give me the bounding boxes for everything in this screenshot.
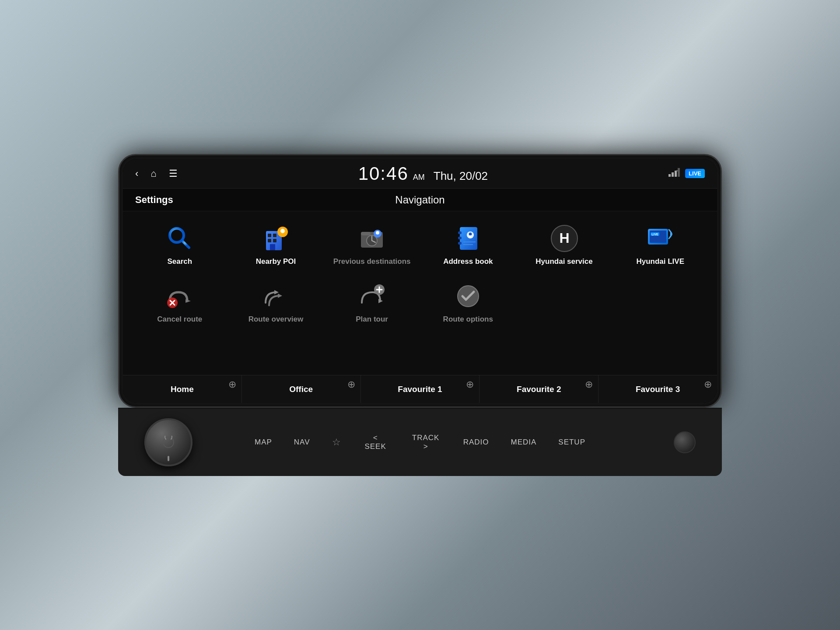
cancel-route-icon [166, 282, 194, 310]
svg-text:✕: ✕ [676, 169, 679, 172]
fav1-add-icon[interactable]: ⊕ [466, 379, 474, 390]
svg-point-29 [469, 233, 472, 236]
svg-text:H: H [559, 230, 569, 246]
nav-controls: ‹ ⌂ ☰ [135, 168, 178, 179]
menu-item-address-book[interactable]: Address book [420, 218, 516, 273]
route-options-icon [454, 282, 482, 310]
settings-label[interactable]: Settings [135, 194, 173, 206]
route-overview-label: Route overview [248, 315, 304, 324]
route-options-label: Route options [443, 315, 493, 324]
main-content: Search [123, 211, 717, 403]
menu-row-2: Cancel route [132, 276, 516, 330]
hyundai-live-label: Hyundai LIVE [636, 257, 684, 266]
seek-button[interactable]: < SEEK [363, 434, 388, 451]
previous-dest-label: Previous destinations [333, 257, 411, 266]
back-button[interactable]: ‹ [135, 168, 138, 179]
nav-button[interactable]: NAV [294, 438, 310, 447]
menu-item-hyundai-service[interactable]: H Hyundai service [516, 218, 612, 273]
svg-rect-25 [458, 231, 462, 234]
address-book-icon [454, 224, 482, 252]
nav-title: Navigation [395, 194, 444, 206]
fav-item-fav2[interactable]: Favourite 2 ⊕ [480, 375, 598, 403]
menu-button[interactable]: ☰ [169, 168, 178, 179]
fav2-add-icon[interactable]: ⊕ [585, 379, 593, 390]
menu-row-1: Search [132, 218, 708, 273]
status-right: ✕ LIVE [668, 168, 705, 179]
clock-time: 10:46 [358, 163, 409, 184]
menu-grid: Search [123, 211, 717, 375]
menu-item-cancel-route[interactable]: Cancel route [132, 276, 228, 330]
map-button[interactable]: MAP [255, 438, 272, 447]
route-overview-icon [262, 282, 290, 310]
favourites-bar: Home ⊕ Office ⊕ Favourite 1 ⊕ Favourite … [123, 375, 717, 403]
fav-item-fav1[interactable]: Favourite 1 ⊕ [361, 375, 480, 403]
svg-rect-0 [668, 174, 671, 177]
svg-rect-1 [672, 172, 674, 177]
hyundai-service-icon: H [550, 224, 578, 252]
clock-date: Thu, 20/02 [434, 169, 488, 183]
menu-item-previous-dest[interactable]: Previous destinations [324, 218, 420, 273]
fav-office-label: Office [289, 385, 313, 394]
clock-area: 10:46 AM Thu, 20/02 [358, 163, 488, 184]
nearby-poi-icon [262, 224, 290, 252]
previous-dest-icon [358, 224, 386, 252]
fav3-label: Favourite 3 [636, 385, 680, 394]
hyundai-service-label: Hyundai service [536, 257, 592, 266]
svg-rect-12 [270, 244, 275, 250]
signal-icon: ✕ [668, 168, 681, 179]
svg-rect-8 [268, 234, 271, 237]
fav-item-fav3[interactable]: Favourite 3 ⊕ [598, 375, 717, 403]
hyundai-live-icon: LIVE [646, 224, 674, 252]
fav-home-add-icon[interactable]: ⊕ [228, 379, 236, 390]
clock-ampm: AM [413, 173, 425, 182]
status-bar: ‹ ⌂ ☰ 10:46 AM Thu, 20/02 [123, 159, 717, 189]
live-badge: LIVE [685, 169, 705, 178]
search-label: Search [167, 257, 192, 266]
tune-knob[interactable] [674, 431, 696, 453]
screen-bezel: ‹ ⌂ ☰ 10:46 AM Thu, 20/02 [118, 154, 722, 408]
svg-point-51 [163, 437, 174, 448]
menu-item-route-options[interactable]: Route options [420, 276, 516, 330]
screen: ‹ ⌂ ☰ 10:46 AM Thu, 20/02 [123, 159, 717, 403]
power-volume-knob[interactable] [144, 418, 192, 466]
home-button[interactable]: ⌂ [150, 168, 156, 179]
svg-rect-26 [458, 237, 462, 239]
fav3-add-icon[interactable]: ⊕ [704, 379, 712, 390]
nearby-poi-label: Nearby POI [256, 257, 296, 266]
fav-item-office[interactable]: Office ⊕ [242, 375, 361, 403]
menu-item-search[interactable]: Search [132, 218, 228, 273]
svg-point-22 [376, 231, 379, 234]
app-header: Settings Navigation [123, 189, 717, 211]
svg-rect-27 [458, 242, 462, 245]
fav1-label: Favourite 1 [398, 385, 442, 394]
fav-office-add-icon[interactable]: ⊕ [347, 379, 355, 390]
svg-point-39 [670, 233, 672, 235]
address-book-label: Address book [443, 257, 493, 266]
track-button[interactable]: TRACK > [410, 434, 441, 451]
search-icon [166, 224, 194, 252]
plan-tour-label: Plan tour [356, 315, 388, 324]
star-icon[interactable]: ☆ [332, 437, 341, 448]
svg-text:LIVE: LIVE [651, 233, 658, 236]
plan-tour-icon [358, 282, 386, 310]
fav2-label: Favourite 2 [517, 385, 561, 394]
svg-line-6 [182, 241, 189, 248]
radio-button[interactable]: RADIO [463, 438, 489, 447]
svg-rect-9 [273, 234, 276, 237]
setup-button[interactable]: SETUP [558, 438, 585, 447]
svg-rect-11 [273, 239, 276, 242]
media-button[interactable]: MEDIA [511, 438, 536, 447]
svg-marker-45 [278, 294, 282, 298]
menu-item-hyundai-live[interactable]: LIVE Hyundai LIVE [612, 218, 708, 273]
svg-rect-24 [460, 227, 477, 250]
cancel-route-label: Cancel route [157, 315, 202, 324]
fav-home-label: Home [171, 385, 194, 394]
svg-rect-17 [361, 232, 371, 235]
menu-item-nearby-poi[interactable]: Nearby POI [228, 218, 324, 273]
svg-rect-10 [268, 239, 271, 242]
menu-item-plan-tour[interactable]: Plan tour [324, 276, 420, 330]
fav-item-home[interactable]: Home ⊕ [123, 375, 242, 403]
svg-point-14 [280, 229, 285, 233]
menu-item-route-overview[interactable]: Route overview [228, 276, 324, 330]
